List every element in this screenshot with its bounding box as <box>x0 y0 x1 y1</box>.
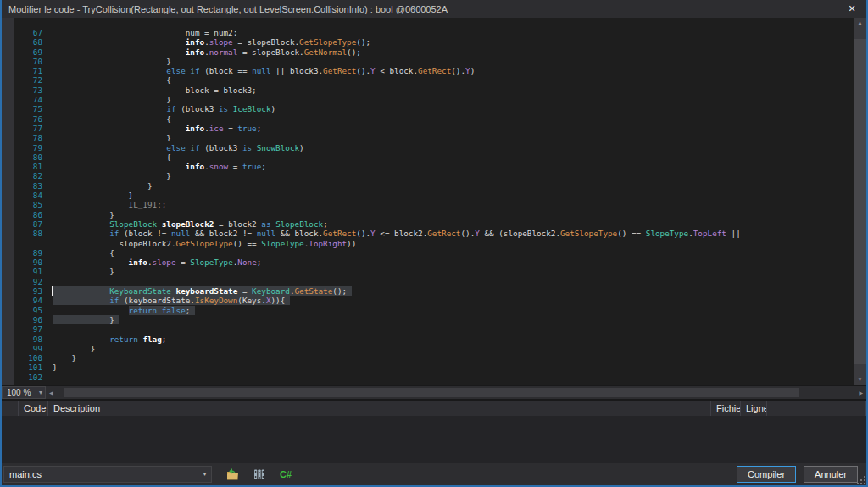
code-line-text[interactable]: IL_191:; <box>53 200 166 209</box>
code-line[interactable]: 83 } <box>2 181 854 191</box>
line-number[interactable]: 86 <box>2 210 42 219</box>
line-number[interactable]: 93 <box>2 286 42 296</box>
line-number[interactable]: 95 <box>2 306 42 315</box>
scroll-down-icon[interactable]: ▼ <box>854 374 866 385</box>
code-line[interactable]: 95 return false; <box>2 306 854 315</box>
code-line-text[interactable]: } <box>53 210 114 219</box>
line-number[interactable]: 78 <box>2 133 42 142</box>
code-line[interactable]: 79 else if (block3 is SnowBlock) <box>2 143 854 152</box>
code-line[interactable]: 68 info.slope = slopeBlock.GetSlopeType(… <box>2 37 854 47</box>
column-description[interactable]: Description <box>48 401 711 416</box>
code-line[interactable]: 73 block = block3; <box>2 86 854 95</box>
code-line[interactable]: 82 } <box>2 171 854 180</box>
code-line-text[interactable]: { <box>53 75 171 85</box>
code-line[interactable]: 102 <box>2 373 854 382</box>
vertical-scroll-track[interactable] <box>854 29 866 374</box>
code-line[interactable]: 74 } <box>2 95 854 104</box>
code-editor[interactable]: 67 num = num2;68 info.slope = slopeBlock… <box>2 18 866 385</box>
code-line-text[interactable]: { <box>53 152 171 162</box>
line-number[interactable]: 82 <box>2 171 42 180</box>
code-line-text[interactable]: } <box>53 362 58 372</box>
line-number[interactable]: 102 <box>2 373 42 382</box>
line-number[interactable]: 92 <box>2 277 42 286</box>
code-line[interactable]: 100 } <box>2 353 854 362</box>
compile-button[interactable]: Compiler <box>737 466 796 483</box>
line-number[interactable]: 94 <box>2 296 42 305</box>
code-line-text[interactable]: else if (block == null || block3.GetRect… <box>53 66 475 75</box>
line-number[interactable]: 76 <box>2 114 42 124</box>
code-line-text[interactable]: info.ice = true; <box>53 124 261 133</box>
column-icon[interactable] <box>2 401 19 416</box>
code-line[interactable]: 81 info.snow = true; <box>2 162 854 171</box>
assembly-references-icon[interactable] <box>253 468 266 481</box>
code-line-text[interactable]: } <box>53 344 95 353</box>
code-line-text[interactable]: } <box>53 181 153 191</box>
code-line[interactable]: 85 IL_191:; <box>2 200 854 209</box>
code-line-text[interactable]: } <box>53 315 119 324</box>
line-number[interactable]: 90 <box>2 257 42 267</box>
code-line-text[interactable]: { <box>53 114 171 124</box>
code-line[interactable]: 99 } <box>2 344 854 353</box>
code-line-text[interactable]: slopeBlock2.GetSlopeType() == SlopeType.… <box>53 239 356 248</box>
line-number[interactable]: 96 <box>2 315 42 324</box>
code-line[interactable]: 69 info.normal = slopeBlock.GetNormal(); <box>2 47 854 57</box>
file-select[interactable]: main.cs ▾ <box>3 466 212 483</box>
scroll-left-icon[interactable]: ◀ <box>46 390 57 396</box>
chevron-down-icon[interactable]: ▾ <box>198 467 211 482</box>
code-line[interactable]: 70 } <box>2 57 854 66</box>
line-number[interactable]: 99 <box>2 344 42 353</box>
code-line-text[interactable]: if (block3 is IceBlock) <box>53 104 275 113</box>
code-line[interactable]: 90 info.slope = SlopeType.None; <box>2 257 854 267</box>
line-number[interactable]: 68 <box>2 37 42 47</box>
line-number[interactable]: 70 <box>2 57 42 66</box>
code-line-text[interactable]: info.snow = true; <box>53 162 266 171</box>
code-line-text[interactable]: info.slope = SlopeType.None; <box>53 257 261 267</box>
code-line[interactable]: 78 } <box>2 133 854 142</box>
code-line[interactable]: 89 { <box>2 248 854 257</box>
code-line[interactable]: 87 SlopeBlock slopeBlock2 = block2 as Sl… <box>2 219 854 229</box>
code-line-text[interactable]: } <box>53 191 133 200</box>
code-line-text[interactable]: num = num2; <box>53 28 237 37</box>
resize-grip[interactable] <box>856 475 866 485</box>
line-number[interactable]: 77 <box>2 124 42 133</box>
code-line-text[interactable]: } <box>53 171 171 180</box>
csharp-code-icon[interactable]: C# <box>280 468 292 481</box>
code-line[interactable]: 97 <box>2 324 854 334</box>
code-line[interactable]: 92 <box>2 277 854 286</box>
open-file-icon[interactable] <box>225 468 239 481</box>
line-number[interactable] <box>2 239 42 248</box>
line-number[interactable]: 74 <box>2 95 42 104</box>
code-line[interactable]: 72 { <box>2 75 854 85</box>
code-line-text[interactable]: } <box>53 267 114 276</box>
line-number[interactable]: 85 <box>2 200 42 209</box>
scroll-right-icon[interactable]: ▶ <box>855 390 866 396</box>
code-line-text[interactable]: if (keyboardState.IsKeyDown(Keys.X)){ <box>53 296 290 305</box>
line-number[interactable]: 83 <box>2 181 42 191</box>
code-line[interactable]: 91 } <box>2 267 854 276</box>
vertical-scroll-thumb[interactable] <box>854 39 866 364</box>
code-line-text[interactable]: SlopeBlock slopeBlock2 = block2 as Slope… <box>53 219 328 229</box>
error-list[interactable] <box>2 416 866 463</box>
line-number[interactable]: 97 <box>2 324 42 334</box>
line-number[interactable]: 98 <box>2 335 42 344</box>
code-line[interactable]: 88 if (block != null && block2 != null &… <box>2 229 854 238</box>
code-line[interactable]: 84 } <box>2 191 854 200</box>
code-line-text[interactable]: } <box>53 95 171 104</box>
code-line-text[interactable]: KeyboardState keyboardState = Keyboard.G… <box>53 286 352 296</box>
horizontal-scrollbar[interactable]: ◀ ▶ <box>46 386 866 399</box>
code-line[interactable]: 93 KeyboardState keyboardState = Keyboar… <box>2 286 854 296</box>
code-line[interactable]: 77 info.ice = true; <box>2 124 854 133</box>
code-line[interactable]: 67 num = num2; <box>2 28 854 37</box>
horizontal-scroll-track[interactable] <box>57 387 856 398</box>
code-line-text[interactable]: } <box>53 133 171 142</box>
column-fichier[interactable]: Fichier <box>711 401 741 416</box>
chevron-down-icon[interactable]: ▾ <box>36 387 45 398</box>
line-number[interactable]: 101 <box>2 362 42 372</box>
line-number[interactable]: 100 <box>2 353 42 362</box>
line-number[interactable]: 71 <box>2 66 42 75</box>
horizontal-scroll-thumb[interactable] <box>64 388 799 397</box>
code-line-text[interactable]: } <box>53 57 171 66</box>
code-line[interactable]: 96 } <box>2 315 854 324</box>
code-line-text[interactable]: info.slope = slopeBlock.GetSlopeType(); <box>53 37 370 47</box>
line-number[interactable]: 81 <box>2 162 42 171</box>
